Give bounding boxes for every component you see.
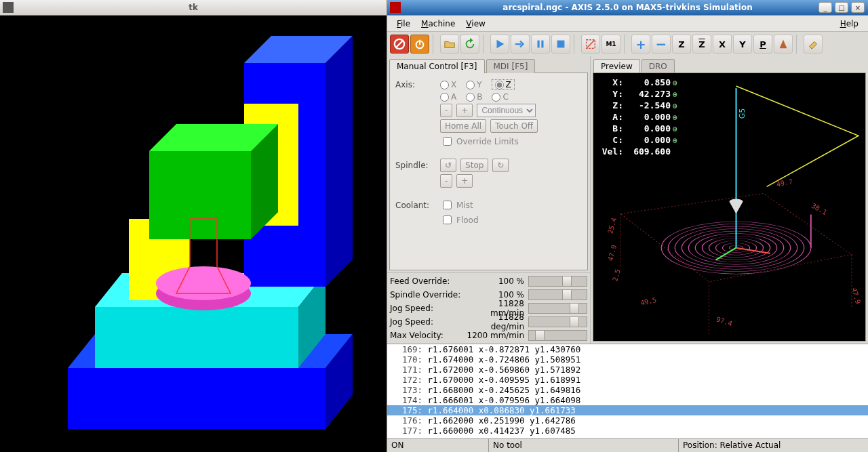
gcode-line[interactable]: 177: r1.660000 x0.414237 y1.607485 [387,426,868,436]
tab-preview[interactable]: Preview [593,59,640,73]
gcode-line[interactable]: 171: r1.672000 x-0.569860 y1.571892 [387,365,868,375]
preview-viewport[interactable]: X:0.850⊕ Y:42.273⊕ Z:-2.540⊕ A:0.000⊕ B:… [593,73,866,342]
axis-window: arcspiral.ngc - AXIS 2.5.0 on MAX5-trivk… [387,0,868,452]
zoom-out-button[interactable]: − [652,35,671,54]
override-limits-checkbox[interactable] [443,137,452,146]
block-delete-button[interactable] [581,35,600,54]
svg-rect-22 [557,41,565,48]
view-x-button[interactable]: X [713,35,732,54]
gcode-line[interactable]: 175: r1.664000 x0.086830 y1.661733 [387,405,868,415]
stop-button[interactable] [551,35,570,54]
dro-readout: X:0.850⊕ Y:42.273⊕ Z:-2.540⊕ A:0.000⊕ B:… [600,77,677,157]
axis-title: arcspiral.ngc - AXIS 2.5.0 on MAX5-trivk… [387,3,868,12]
svg-text:49.7: 49.7 [776,178,793,188]
mist-checkbox[interactable] [443,201,452,209]
jog-increment-select[interactable]: Continuous [477,104,536,117]
view-z2-button[interactable]: Z [692,35,711,54]
max-velocity-slider[interactable] [528,330,587,341]
tk-3d-viewport[interactable] [0,16,387,452]
spindle-plus-button[interactable]: + [456,174,473,188]
tab-mdi[interactable]: MDI [F5] [486,59,536,73]
svg-rect-20 [538,41,540,48]
g5x-label: G5 [738,108,747,119]
spindle-stop-button[interactable]: Stop [460,159,488,172]
max-velocity-label: Max Velocity: [390,331,465,340]
spindle-override-value: 100 % [465,290,527,300]
menu-machine[interactable]: Machine [416,18,460,30]
menu-bar: File Machine View Help [387,16,868,32]
svg-line-17 [397,41,403,47]
axis-x-radio[interactable] [440,81,449,89]
svg-text:2.5: 2.5 [611,268,621,282]
svg-rect-21 [541,41,543,48]
jog-speed-mm-label: Jog Speed: [390,304,465,313]
home-all-button[interactable]: Home All [440,119,486,133]
jog-speed-mm-slider[interactable] [528,303,587,314]
spindle-minus-button[interactable]: - [440,174,452,188]
gcode-listing[interactable]: 169: r1.676001 x-0.872871 y1.430760170: … [387,344,868,438]
axis-window-icon [390,2,401,13]
coolant-label: Coolant: [395,201,436,210]
jog-speed-deg-slider[interactable] [528,316,587,327]
view-y-button[interactable]: Y [733,35,752,54]
gcode-line[interactable]: 174: r1.666001 x-0.079596 y1.664098 [387,395,868,405]
close-button[interactable]: × [851,2,865,13]
svg-line-49 [736,248,770,253]
menu-file[interactable]: File [391,18,416,30]
estop-button[interactable] [390,35,409,54]
svg-text:47.9: 47.9 [850,287,862,304]
reload-button[interactable] [460,35,479,54]
axis-c-radio[interactable] [492,93,500,102]
minimize-button[interactable]: _ [818,2,832,13]
status-tool: No tool [489,439,679,452]
open-button[interactable] [440,35,459,54]
step-button[interactable] [511,35,530,54]
spindle-ccw-button[interactable]: ↺ [440,159,456,172]
view-rotate-button[interactable] [774,35,793,54]
flood-checkbox[interactable] [443,215,452,224]
run-button[interactable] [490,35,509,54]
view-z-button[interactable]: Z [672,35,691,54]
optional-stop-button[interactable]: M1 [601,35,620,54]
axis-titlebar[interactable]: arcspiral.ngc - AXIS 2.5.0 on MAX5-trivk… [387,0,868,16]
feed-override-slider[interactable] [528,276,587,287]
axis-a-radio[interactable] [440,93,449,102]
pause-button[interactable] [531,35,550,54]
menu-view[interactable]: View [460,18,490,30]
svg-text:97.4: 97.4 [715,315,733,327]
axis-z-radio[interactable] [495,81,504,89]
spindle-cw-button[interactable]: ↻ [492,159,509,172]
svg-line-24 [587,41,595,48]
axis-b-radio[interactable] [466,93,475,102]
gcode-line[interactable]: 170: r1.674000 x-0.724806 y1.508951 [387,354,868,365]
zoom-in-button[interactable]: + [631,35,650,54]
gcode-line[interactable]: 169: r1.676001 x-0.872871 y1.430760 [387,344,868,354]
axis-label: Axis: [395,80,436,89]
feed-override-label: Feed Override: [390,276,465,286]
manual-control-panel: Axis: X Y Z A B C - + Continuous [389,73,588,270]
svg-marker-8 [326,36,353,287]
status-on: ON [387,439,489,452]
touch-off-button[interactable]: Touch Off [490,119,538,133]
svg-text:25.4: 25.4 [606,217,618,234]
max-velocity-value: 1200 mm/min [465,331,527,340]
svg-text:47.9: 47.9 [606,244,618,262]
spindle-override-label: Spindle Override: [390,290,465,300]
maximize-button[interactable]: □ [835,2,848,13]
clear-plot-button[interactable] [804,35,823,54]
tab-dro[interactable]: DRO [642,59,675,73]
jog-plus-button[interactable]: + [456,104,473,117]
power-button[interactable] [410,35,429,54]
svg-line-50 [715,248,736,260]
view-p-button[interactable]: P [753,35,772,54]
axis-y-radio[interactable] [466,81,475,89]
gcode-line[interactable]: 173: r1.668000 x-0.245625 y1.649816 [387,385,868,395]
gcode-line[interactable]: 172: r1.670000 x-0.409595 y1.618991 [387,375,868,385]
gcode-line[interactable]: 176: r1.662000 x0.251990 y1.642786 [387,415,868,426]
menu-help[interactable]: Help [835,18,864,30]
jog-minus-button[interactable]: - [440,104,452,117]
tk-titlebar[interactable]: tk [0,0,387,16]
tab-manual-control[interactable]: Manual Control [F3] [389,59,485,73]
spindle-override-slider[interactable] [528,289,587,300]
svg-text:49.5: 49.5 [639,296,657,307]
